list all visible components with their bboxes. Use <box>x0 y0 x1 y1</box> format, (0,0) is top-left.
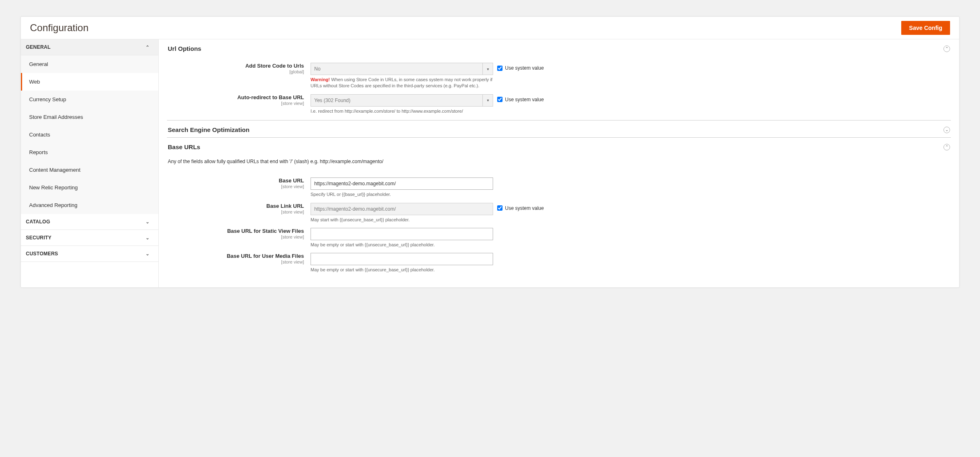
field-control: May be empty or start with {{unsecure_ba… <box>311 253 493 273</box>
field-control: Specify URL or {{base_url}} placeholder. <box>311 177 493 198</box>
section-base-urls-body: Base URL [store view] Specify URL or {{b… <box>167 171 951 279</box>
page-title: Configuration <box>30 22 89 34</box>
field-note: May start with {{unsecure_base_url}} pla… <box>311 217 493 223</box>
field-auto-redirect: Auto-redirect to Base URL [store view] ▾… <box>167 92 951 117</box>
field-media-files-url: Base URL for User Media Files [store vie… <box>167 250 951 275</box>
field-label: Base URL for Static View Files [store vi… <box>167 228 306 239</box>
select-wrap: ▾ <box>311 94 493 107</box>
base-urls-intro: Any of the fields allow fully qualified … <box>167 155 951 171</box>
field-note: I.e. redirect from http://example.com/st… <box>311 108 493 114</box>
auto-redirect-select[interactable] <box>311 94 493 107</box>
media-files-url-input[interactable] <box>311 253 493 265</box>
sidebar-section-catalog[interactable]: CATALOG ⌄ <box>21 214 158 230</box>
save-config-button[interactable]: Save Config <box>901 21 950 35</box>
sidebar-section-label: GENERAL <box>26 44 50 50</box>
section-seo-header[interactable]: Search Engine Optimization ⌄ <box>167 120 951 138</box>
use-system-value[interactable]: Use system value <box>497 203 544 211</box>
chevron-down-icon: ⌄ <box>146 251 149 257</box>
sidebar-section-label: SECURITY <box>26 235 52 241</box>
add-store-code-select[interactable] <box>311 63 493 75</box>
use-system-value[interactable]: Use system value <box>497 63 544 71</box>
config-content: Url Options ⌃ Add Store Code to Urls [gl… <box>159 39 959 287</box>
sidebar-section-label: CUSTOMERS <box>26 251 58 257</box>
field-base-url: Base URL [store view] Specify URL or {{b… <box>167 175 951 200</box>
field-note: May be empty or start with {{unsecure_ba… <box>311 267 493 273</box>
sidebar-item-currency-setup[interactable]: Currency Setup <box>21 91 158 108</box>
field-add-store-code: Add Store Code to Urls [global] ▾ Warnin… <box>167 60 951 92</box>
section-base-urls-header[interactable]: Base URLs ⌃ <box>167 138 951 155</box>
section-url-options-header[interactable]: Url Options ⌃ <box>167 39 951 56</box>
field-note: May be empty or start with {{unsecure_ba… <box>311 242 493 248</box>
sidebar-section-label: CATALOG <box>26 219 50 225</box>
section-url-options-body: Add Store Code to Urls [global] ▾ Warnin… <box>167 56 951 120</box>
field-control: ▾ I.e. redirect from http://example.com/… <box>311 94 493 114</box>
field-note: Warning! When using Store Code in URLs, … <box>311 77 493 89</box>
chevron-down-icon: ⌄ <box>146 219 149 225</box>
field-note: Specify URL or {{base_url}} placeholder. <box>311 191 493 198</box>
use-system-value-checkbox[interactable] <box>497 66 503 71</box>
field-label: Add Store Code to Urls [global] <box>167 63 306 74</box>
field-label: Auto-redirect to Base URL [store view] <box>167 94 306 106</box>
section-title: Base URLs <box>168 143 200 150</box>
sidebar-section-security[interactable]: SECURITY ⌄ <box>21 230 158 246</box>
chevron-up-icon: ⌃ <box>146 45 149 50</box>
static-files-url-input[interactable] <box>311 228 493 240</box>
use-system-value[interactable]: Use system value <box>497 94 544 102</box>
sidebar-item-content-management[interactable]: Content Management <box>21 161 158 179</box>
sidebar-section-general[interactable]: GENERAL ⌃ <box>21 39 158 55</box>
field-label: Base URL [store view] <box>167 177 306 189</box>
collapse-icon: ⌃ <box>943 45 950 52</box>
chevron-down-icon: ⌄ <box>146 235 149 241</box>
base-url-input[interactable] <box>311 177 493 190</box>
field-control: May be empty or start with {{unsecure_ba… <box>311 228 493 248</box>
use-system-value-checkbox[interactable] <box>497 97 503 102</box>
sidebar-item-advanced-reporting[interactable]: Advanced Reporting <box>21 196 158 214</box>
select-wrap: ▾ <box>311 63 493 75</box>
sidebar-item-new-relic-reporting[interactable]: New Relic Reporting <box>21 179 158 196</box>
sidebar-section-customers[interactable]: CUSTOMERS ⌄ <box>21 246 158 262</box>
expand-icon: ⌄ <box>943 127 950 133</box>
config-panel: Configuration Save Config GENERAL ⌃ Gene… <box>21 16 959 288</box>
field-static-files-url: Base URL for Static View Files [store vi… <box>167 225 951 250</box>
page-body: GENERAL ⌃ General Web Currency Setup Sto… <box>21 39 959 287</box>
sidebar-item-general[interactable]: General <box>21 55 158 73</box>
section-title: Url Options <box>168 45 201 52</box>
field-base-link-url: Base Link URL [store view] May start wit… <box>167 200 951 225</box>
field-label: Base URL for User Media Files [store vie… <box>167 253 306 264</box>
field-control: ▾ Warning! When using Store Code in URLs… <box>311 63 493 89</box>
page-header: Configuration Save Config <box>21 17 959 39</box>
base-link-url-input[interactable] <box>311 203 493 215</box>
section-title: Search Engine Optimization <box>168 126 249 133</box>
sidebar-item-web[interactable]: Web <box>21 73 158 91</box>
sidebar-item-contacts[interactable]: Contacts <box>21 126 158 143</box>
sidebar-item-reports[interactable]: Reports <box>21 143 158 161</box>
collapse-icon: ⌃ <box>943 144 950 150</box>
field-control: May start with {{unsecure_base_url}} pla… <box>311 203 493 223</box>
use-system-value-checkbox[interactable] <box>497 205 503 211</box>
sidebar-item-store-email-addresses[interactable]: Store Email Addresses <box>21 108 158 126</box>
config-sidebar: GENERAL ⌃ General Web Currency Setup Sto… <box>21 39 159 287</box>
field-label: Base Link URL [store view] <box>167 203 306 214</box>
